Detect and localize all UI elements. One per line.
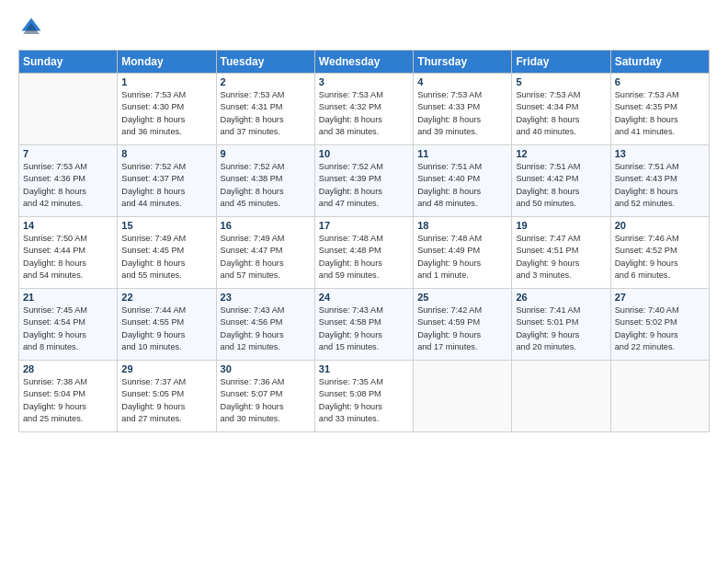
day-number: 3 — [319, 76, 409, 87]
day-number: 30 — [221, 363, 311, 374]
day-info: Sunrise: 7:52 AMSunset: 4:39 PMDaylight:… — [319, 161, 409, 210]
calendar-cell: 14Sunrise: 7:50 AMSunset: 4:44 PMDayligh… — [19, 217, 118, 289]
week-row-0: 1Sunrise: 7:53 AMSunset: 4:30 PMDaylight… — [19, 74, 710, 145]
day-info: Sunrise: 7:53 AMSunset: 4:31 PMDaylight:… — [221, 89, 311, 138]
calendar-cell: 7Sunrise: 7:53 AMSunset: 4:36 PMDaylight… — [19, 145, 118, 217]
calendar-cell: 29Sunrise: 7:37 AMSunset: 5:05 PMDayligh… — [118, 361, 216, 432]
day-info: Sunrise: 7:48 AMSunset: 4:49 PMDaylight:… — [417, 233, 507, 282]
day-number: 21 — [23, 292, 113, 303]
calendar-cell: 28Sunrise: 7:38 AMSunset: 5:04 PMDayligh… — [19, 361, 118, 432]
calendar-cell: 6Sunrise: 7:53 AMSunset: 4:35 PMDaylight… — [610, 74, 709, 145]
day-number: 11 — [417, 148, 507, 159]
calendar-cell: 22Sunrise: 7:44 AMSunset: 4:55 PMDayligh… — [118, 289, 216, 361]
page: SundayMondayTuesdayWednesdayThursdayFrid… — [0, 0, 728, 563]
day-number: 1 — [121, 76, 211, 87]
calendar-cell: 4Sunrise: 7:53 AMSunset: 4:33 PMDaylight… — [414, 74, 512, 145]
day-number: 6 — [615, 76, 705, 87]
header-sunday: Sunday — [19, 51, 118, 74]
day-number: 9 — [221, 148, 311, 159]
day-info: Sunrise: 7:48 AMSunset: 4:48 PMDaylight:… — [319, 233, 409, 282]
day-number: 29 — [121, 363, 211, 374]
day-info: Sunrise: 7:35 AMSunset: 5:08 PMDaylight:… — [319, 376, 409, 425]
calendar-cell: 21Sunrise: 7:45 AMSunset: 4:54 PMDayligh… — [19, 289, 118, 361]
day-info: Sunrise: 7:53 AMSunset: 4:30 PMDaylight:… — [121, 89, 211, 138]
calendar-cell: 15Sunrise: 7:49 AMSunset: 4:45 PMDayligh… — [118, 217, 216, 289]
day-info: Sunrise: 7:43 AMSunset: 4:58 PMDaylight:… — [319, 304, 409, 353]
calendar-cell: 13Sunrise: 7:51 AMSunset: 4:43 PMDayligh… — [610, 145, 709, 217]
header-wednesday: Wednesday — [314, 51, 413, 74]
header-tuesday: Tuesday — [216, 51, 314, 74]
day-info: Sunrise: 7:37 AMSunset: 5:05 PMDaylight:… — [121, 376, 211, 425]
day-info: Sunrise: 7:46 AMSunset: 4:52 PMDaylight:… — [615, 233, 705, 282]
calendar-cell: 3Sunrise: 7:53 AMSunset: 4:32 PMDaylight… — [314, 74, 413, 145]
day-info: Sunrise: 7:38 AMSunset: 5:04 PMDaylight:… — [23, 376, 113, 425]
calendar-cell: 24Sunrise: 7:43 AMSunset: 4:58 PMDayligh… — [314, 289, 413, 361]
day-number: 8 — [121, 148, 211, 159]
day-info: Sunrise: 7:51 AMSunset: 4:40 PMDaylight:… — [417, 161, 507, 210]
calendar-table: SundayMondayTuesdayWednesdayThursdayFrid… — [18, 50, 710, 432]
calendar-cell: 26Sunrise: 7:41 AMSunset: 5:01 PMDayligh… — [512, 289, 610, 361]
day-number: 14 — [23, 220, 113, 231]
day-number: 13 — [615, 148, 705, 159]
header — [18, 15, 710, 40]
day-number: 5 — [516, 76, 606, 87]
day-info: Sunrise: 7:49 AMSunset: 4:47 PMDaylight:… — [221, 233, 311, 282]
day-info: Sunrise: 7:53 AMSunset: 4:35 PMDaylight:… — [615, 89, 705, 138]
day-number: 31 — [319, 363, 409, 374]
calendar-cell: 20Sunrise: 7:46 AMSunset: 4:52 PMDayligh… — [610, 217, 709, 289]
day-number: 12 — [516, 148, 606, 159]
calendar-cell: 23Sunrise: 7:43 AMSunset: 4:56 PMDayligh… — [216, 289, 314, 361]
day-info: Sunrise: 7:44 AMSunset: 4:55 PMDaylight:… — [121, 304, 211, 353]
day-number: 4 — [417, 76, 507, 87]
week-row-1: 7Sunrise: 7:53 AMSunset: 4:36 PMDaylight… — [19, 145, 710, 217]
calendar-cell: 10Sunrise: 7:52 AMSunset: 4:39 PMDayligh… — [314, 145, 413, 217]
logo — [18, 15, 48, 40]
calendar-cell: 1Sunrise: 7:53 AMSunset: 4:30 PMDaylight… — [118, 74, 216, 145]
calendar-cell: 2Sunrise: 7:53 AMSunset: 4:31 PMDaylight… — [216, 74, 314, 145]
calendar-cell: 17Sunrise: 7:48 AMSunset: 4:48 PMDayligh… — [314, 217, 413, 289]
calendar-cell: 25Sunrise: 7:42 AMSunset: 4:59 PMDayligh… — [414, 289, 512, 361]
day-info: Sunrise: 7:49 AMSunset: 4:45 PMDaylight:… — [121, 233, 211, 282]
calendar-cell — [610, 361, 709, 432]
day-number: 2 — [221, 76, 311, 87]
logo-icon — [18, 15, 44, 40]
calendar-cell — [19, 74, 118, 145]
calendar-cell — [414, 361, 512, 432]
day-info: Sunrise: 7:53 AMSunset: 4:34 PMDaylight:… — [516, 89, 606, 138]
day-info: Sunrise: 7:50 AMSunset: 4:44 PMDaylight:… — [23, 233, 113, 282]
day-number: 18 — [417, 220, 507, 231]
week-row-4: 28Sunrise: 7:38 AMSunset: 5:04 PMDayligh… — [19, 361, 710, 432]
day-number: 26 — [516, 292, 606, 303]
calendar-cell: 27Sunrise: 7:40 AMSunset: 5:02 PMDayligh… — [610, 289, 709, 361]
day-info: Sunrise: 7:40 AMSunset: 5:02 PMDaylight:… — [615, 304, 705, 353]
calendar-cell: 8Sunrise: 7:52 AMSunset: 4:37 PMDaylight… — [118, 145, 216, 217]
day-number: 23 — [221, 292, 311, 303]
day-number: 17 — [319, 220, 409, 231]
day-number: 15 — [121, 220, 211, 231]
day-info: Sunrise: 7:53 AMSunset: 4:36 PMDaylight:… — [23, 161, 113, 210]
day-number: 24 — [319, 292, 409, 303]
day-number: 25 — [417, 292, 507, 303]
calendar-cell: 11Sunrise: 7:51 AMSunset: 4:40 PMDayligh… — [414, 145, 512, 217]
day-number: 28 — [23, 363, 113, 374]
day-number: 22 — [121, 292, 211, 303]
day-info: Sunrise: 7:52 AMSunset: 4:38 PMDaylight:… — [221, 161, 311, 210]
header-row: SundayMondayTuesdayWednesdayThursdayFrid… — [19, 51, 710, 74]
calendar-cell: 19Sunrise: 7:47 AMSunset: 4:51 PMDayligh… — [512, 217, 610, 289]
day-info: Sunrise: 7:43 AMSunset: 4:56 PMDaylight:… — [221, 304, 311, 353]
day-number: 20 — [615, 220, 705, 231]
calendar-cell: 18Sunrise: 7:48 AMSunset: 4:49 PMDayligh… — [414, 217, 512, 289]
calendar-cell: 12Sunrise: 7:51 AMSunset: 4:42 PMDayligh… — [512, 145, 610, 217]
day-number: 10 — [319, 148, 409, 159]
calendar-cell — [512, 361, 610, 432]
header-saturday: Saturday — [610, 51, 709, 74]
day-info: Sunrise: 7:51 AMSunset: 4:43 PMDaylight:… — [615, 161, 705, 210]
day-info: Sunrise: 7:53 AMSunset: 4:32 PMDaylight:… — [319, 89, 409, 138]
day-info: Sunrise: 7:52 AMSunset: 4:37 PMDaylight:… — [121, 161, 211, 210]
day-info: Sunrise: 7:36 AMSunset: 5:07 PMDaylight:… — [221, 376, 311, 425]
week-row-3: 21Sunrise: 7:45 AMSunset: 4:54 PMDayligh… — [19, 289, 710, 361]
header-thursday: Thursday — [414, 51, 512, 74]
calendar-cell: 31Sunrise: 7:35 AMSunset: 5:08 PMDayligh… — [314, 361, 413, 432]
header-monday: Monday — [118, 51, 216, 74]
day-number: 19 — [516, 220, 606, 231]
